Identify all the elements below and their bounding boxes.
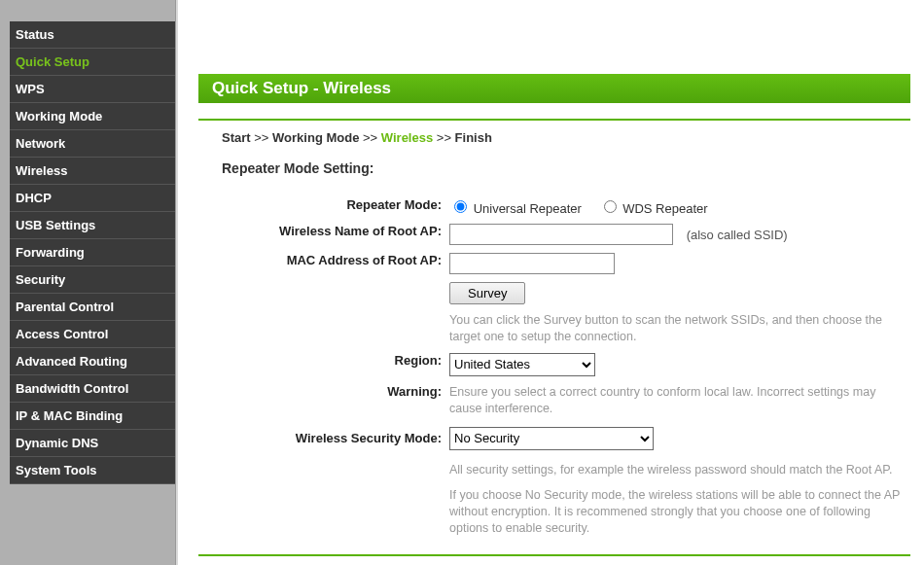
survey-hint: You can click the Survey button to scan … xyxy=(445,308,910,349)
security-mode-select[interactable]: No Security xyxy=(449,427,654,450)
crumb-sep: >> xyxy=(363,130,377,145)
sidebar-item-dhcp[interactable]: DHCP xyxy=(10,185,175,212)
sidebar-item-quick-setup[interactable]: Quick Setup xyxy=(10,49,175,76)
sidebar-item-system-tools[interactable]: System Tools xyxy=(10,457,175,484)
survey-button[interactable]: Survey xyxy=(449,282,525,304)
main-panel: Quick Setup - Wireless Start >> Working … xyxy=(179,0,924,565)
sidebar-item-usb-settings[interactable]: USB Settings xyxy=(10,212,175,239)
ssid-note: (also called SSID) xyxy=(687,228,788,242)
label-repeater-mode: Repeater Mode: xyxy=(222,194,445,220)
warning-hint: Ensure you select a correct country to c… xyxy=(445,380,910,421)
crumb-working-mode: Working Mode xyxy=(272,130,359,145)
label-root-ap-mac: MAC Address of Root AP: xyxy=(222,249,445,278)
label-region: Region: xyxy=(222,349,445,380)
ssid-input[interactable] xyxy=(449,224,673,245)
sidebar-item-security[interactable]: Security xyxy=(10,266,175,294)
label-security-mode: Wireless Security Mode: xyxy=(222,421,445,454)
sidebar-item-access-control[interactable]: Access Control xyxy=(10,321,175,348)
label-warning: Warning: xyxy=(222,380,445,421)
radio-universal-repeater[interactable]: Universal Repeater xyxy=(449,201,586,216)
app-root: StatusQuick SetupWPSWorking ModeNetworkW… xyxy=(0,0,924,565)
sidebar-item-dynamic-dns[interactable]: Dynamic DNS xyxy=(10,430,175,457)
section-title: Repeater Mode Setting: xyxy=(222,160,910,176)
radio-wds-label: WDS Repeater xyxy=(622,201,707,216)
mac-input[interactable] xyxy=(449,253,615,274)
radio-universal-input[interactable] xyxy=(454,200,467,213)
sidebar-item-parental-control[interactable]: Parental Control xyxy=(10,294,175,321)
sidebar-item-status[interactable]: Status xyxy=(10,21,175,49)
sidebar-item-advanced-routing[interactable]: Advanced Routing xyxy=(10,348,175,375)
security-hint-2: If you choose No Security mode, the wire… xyxy=(445,481,910,541)
page-title: Quick Setup - Wireless xyxy=(198,74,910,103)
radio-wds-repeater[interactable]: WDS Repeater xyxy=(599,201,708,216)
crumb-finish: Finish xyxy=(455,130,492,145)
sidebar: StatusQuick SetupWPSWorking ModeNetworkW… xyxy=(0,0,175,565)
sidebar-item-working-mode[interactable]: Working Mode xyxy=(10,103,175,130)
sidebar-item-forwarding[interactable]: Forwarding xyxy=(10,239,175,266)
sidebar-item-ip-mac-binding[interactable]: IP & MAC Binding xyxy=(10,403,175,430)
crumb-sep: >> xyxy=(254,130,268,145)
sidebar-item-wps[interactable]: WPS xyxy=(10,76,175,103)
crumb-start: Start xyxy=(222,130,251,145)
sidebar-item-network[interactable]: Network xyxy=(10,130,175,158)
security-hint-1: All security settings, for example the w… xyxy=(445,454,910,482)
title-underline xyxy=(198,119,910,121)
radio-wds-input[interactable] xyxy=(604,200,617,213)
footer-separator xyxy=(198,554,910,556)
form-area: Repeater Mode: Universal Repeater WDS Re… xyxy=(222,194,910,541)
radio-universal-label: Universal Repeater xyxy=(474,201,582,216)
breadcrumb: Start >> Working Mode >> Wireless >> Fin… xyxy=(222,130,910,145)
sidebar-item-wireless[interactable]: Wireless xyxy=(10,158,175,185)
crumb-sep: >> xyxy=(437,130,451,145)
sidebar-item-bandwidth-control[interactable]: Bandwidth Control xyxy=(10,375,175,403)
crumb-wireless: Wireless xyxy=(381,130,433,145)
label-root-ap-name: Wireless Name of Root AP: xyxy=(222,220,445,249)
region-select[interactable]: United States xyxy=(449,353,595,376)
